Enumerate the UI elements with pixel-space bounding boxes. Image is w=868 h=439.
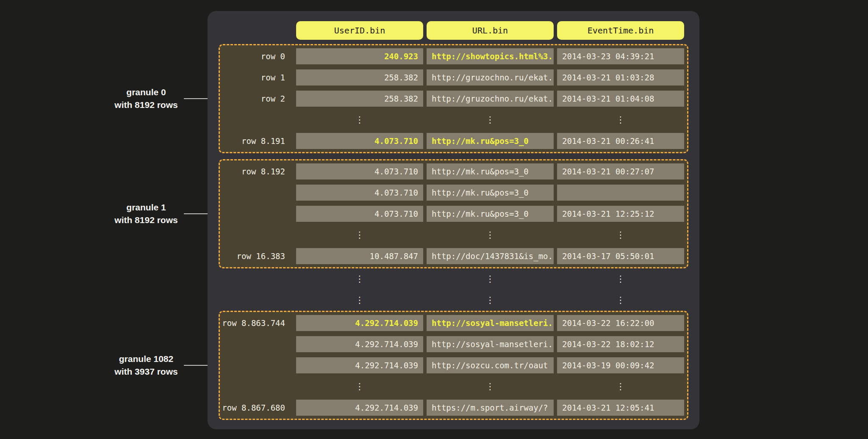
ellipsis-spacer	[223, 227, 293, 243]
row-label	[223, 185, 293, 201]
ellipsis-row: ⋮ ⋮ ⋮	[223, 227, 684, 243]
userid-cell: 4.292.714.039	[296, 336, 423, 352]
url-cell: http://mk.ru&pos=3_0	[427, 206, 554, 222]
table-row: row 0 240.923 http://showtopics.html%3..…	[223, 48, 684, 64]
ellipsis-marker: ⋮	[427, 271, 554, 287]
eventtime-cell: 2014-03-21 01:04:08	[557, 91, 684, 107]
ellipsis-spacer	[223, 271, 293, 287]
ellipsis-marker: ⋮	[557, 271, 684, 287]
userid-cell: 4.292.714.039	[296, 400, 423, 416]
granule-1082-box: row 8.863.744 4.292.714.039 http://sosya…	[219, 311, 688, 420]
eventtime-cell: 2014-03-22 18:02:12	[557, 336, 684, 352]
table-row: row 1 258.382 http://gruzochno.ru/ekat..…	[223, 69, 684, 86]
column-header-userid-bin: UserID.bin	[296, 21, 423, 40]
eventtime-cell: 2014-03-22 16:22:00	[557, 315, 684, 331]
column-header-url-bin: URL.bin	[427, 21, 554, 40]
eventtime-cell	[557, 185, 684, 201]
ellipsis-spacer	[223, 292, 293, 308]
ellipsis-marker: ⋮	[296, 292, 423, 308]
ellipsis-marker: ⋮	[427, 292, 554, 308]
table-row: row 8.191 4.073.710 http://mk.ru&pos=3_0…	[223, 133, 684, 149]
ellipsis-row: ⋮ ⋮ ⋮	[223, 112, 684, 128]
column-header-eventtime-bin: EventTime.bin	[557, 21, 684, 40]
ellipsis-marker: ⋮	[296, 112, 423, 128]
column-headers: UserID.bin URL.bin EventTime.bin	[223, 21, 688, 40]
granule-0-annotation-line1: granule 0	[95, 86, 197, 99]
skipped-granules-gap: ⋮ ⋮ ⋮ ⋮ ⋮ ⋮	[219, 268, 688, 311]
url-cell: http://sosyal-mansetleri...	[427, 336, 554, 352]
table-row: 4.292.714.039 http://sozcu.com.tr/oaut 2…	[223, 357, 684, 373]
row-label	[223, 336, 293, 352]
eventtime-cell: 2014-03-21 12:25:12	[557, 206, 684, 222]
granule-1-box: row 8.192 4.073.710 http://mk.ru&pos=3_0…	[219, 159, 688, 268]
table-row: row 8.867.680 4.292.714.039 https://m.sp…	[223, 400, 684, 416]
row-label	[223, 357, 293, 373]
row-label: row 8.192	[223, 163, 293, 179]
eventtime-cell: 2014-03-21 01:03:28	[557, 69, 684, 86]
ellipsis-row: ⋮ ⋮ ⋮	[223, 271, 688, 287]
eventtime-cell: 2014-03-21 00:26:41	[557, 133, 684, 149]
granules-diagram: granule 0 with 8192 rows granule 1 with …	[0, 0, 868, 439]
granule-0-annotation: granule 0 with 8192 rows	[95, 86, 197, 111]
url-cell: http://mk.ru&pos=3_0	[427, 185, 554, 201]
granule-0-annotation-line2: with 8192 rows	[95, 99, 197, 111]
ellipsis-marker: ⋮	[557, 112, 684, 128]
row-label: row 8.863.744	[223, 315, 293, 331]
ellipsis-spacer	[223, 112, 293, 128]
header-spacer	[223, 21, 293, 40]
url-cell: http://mk.ru&pos=3_0	[427, 133, 554, 149]
row-label: row 0	[223, 48, 293, 64]
url-cell: http://sosyal-mansetleri...	[427, 315, 554, 331]
url-cell: http://gruzochno.ru/ekat...	[427, 91, 554, 107]
userid-cell: 240.923	[296, 48, 423, 64]
granule-1082-annotation-line1: granule 1082	[95, 353, 197, 365]
userid-cell: 258.382	[296, 91, 423, 107]
userid-cell: 4.292.714.039	[296, 315, 423, 331]
granule-0-box: row 0 240.923 http://showtopics.html%3..…	[219, 44, 688, 153]
ellipsis-marker: ⋮	[557, 378, 684, 395]
row-label: row 16.383	[223, 248, 293, 264]
table-row: 4.073.710 http://mk.ru&pos=3_0 2014-03-2…	[223, 206, 684, 222]
userid-cell: 4.073.710	[296, 163, 423, 179]
table-row: row 16.383 10.487.847 http://doc/1437831…	[223, 248, 684, 264]
userid-cell: 258.382	[296, 69, 423, 86]
ellipsis-marker: ⋮	[427, 112, 554, 128]
granule-1-annotation: granule 1 with 8192 rows	[95, 201, 197, 226]
ellipsis-marker: ⋮	[427, 378, 554, 395]
ellipsis-marker: ⋮	[427, 227, 554, 243]
ellipsis-marker: ⋮	[296, 378, 423, 395]
userid-cell: 10.487.847	[296, 248, 423, 264]
userid-cell: 4.073.710	[296, 185, 423, 201]
url-cell: https://m.sport.airway/?	[427, 400, 554, 416]
table-row: 4.073.710 http://mk.ru&pos=3_0	[223, 185, 684, 201]
ellipsis-marker: ⋮	[557, 227, 684, 243]
userid-cell: 4.073.710	[296, 206, 423, 222]
ellipsis-spacer	[223, 378, 293, 395]
table-row: row 2 258.382 http://gruzochno.ru/ekat..…	[223, 91, 684, 107]
granule-1082-annotation: granule 1082 with 3937 rows	[95, 353, 197, 378]
row-label	[223, 206, 293, 222]
ellipsis-marker: ⋮	[557, 292, 684, 308]
granule-1-annotation-line2: with 8192 rows	[95, 214, 197, 226]
table-row: row 8.192 4.073.710 http://mk.ru&pos=3_0…	[223, 163, 684, 179]
eventtime-cell: 2014-03-17 05:50:01	[557, 248, 684, 264]
table-row: 4.292.714.039 http://sosyal-mansetleri..…	[223, 336, 684, 352]
ellipsis-row: ⋮ ⋮ ⋮	[223, 292, 688, 308]
url-cell: http://mk.ru&pos=3_0	[427, 163, 554, 179]
url-cell: http://showtopics.html%3...	[427, 48, 554, 64]
row-label: row 2	[223, 91, 293, 107]
url-cell: http://doc/1437831&is_mo...	[427, 248, 554, 264]
eventtime-cell: 2014-03-21 12:05:41	[557, 400, 684, 416]
granule-1082-annotation-line2: with 3937 rows	[95, 365, 197, 378]
eventtime-cell: 2014-03-19 00:09:42	[557, 357, 684, 373]
row-label: row 8.191	[223, 133, 293, 149]
userid-cell: 4.073.710	[296, 133, 423, 149]
ellipsis-marker: ⋮	[296, 227, 423, 243]
ellipsis-row: ⋮ ⋮ ⋮	[223, 378, 684, 395]
granule-1-annotation-line1: granule 1	[95, 201, 197, 214]
url-cell: http://sozcu.com.tr/oaut	[427, 357, 554, 373]
table-row: row 8.863.744 4.292.714.039 http://sosya…	[223, 315, 684, 331]
row-label: row 8.867.680	[223, 400, 293, 416]
userid-cell: 4.292.714.039	[296, 357, 423, 373]
eventtime-cell: 2014-03-23 04:39:21	[557, 48, 684, 64]
